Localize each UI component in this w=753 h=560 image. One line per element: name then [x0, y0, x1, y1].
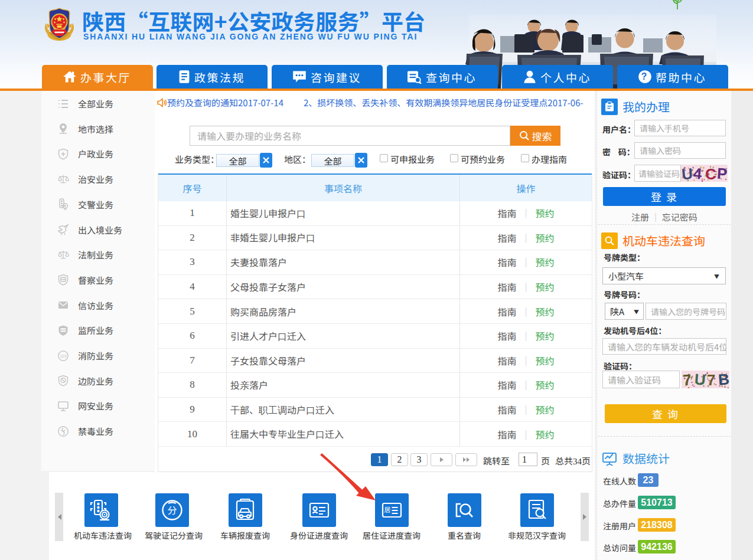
svg-text:U: U [681, 165, 693, 182]
svg-text:7: 7 [682, 371, 692, 388]
svg-text:居: 居 [384, 505, 390, 514]
svg-text:?: ? [641, 71, 649, 81]
svg-text:分: 分 [167, 503, 177, 517]
svg-text:C: C [705, 165, 716, 182]
svg-text:B: B [718, 371, 729, 388]
svg-text:119: 119 [60, 354, 66, 358]
svg-text:U: U [694, 371, 706, 388]
svg-text:7: 7 [707, 371, 715, 388]
svg-text:P: P [716, 165, 728, 182]
